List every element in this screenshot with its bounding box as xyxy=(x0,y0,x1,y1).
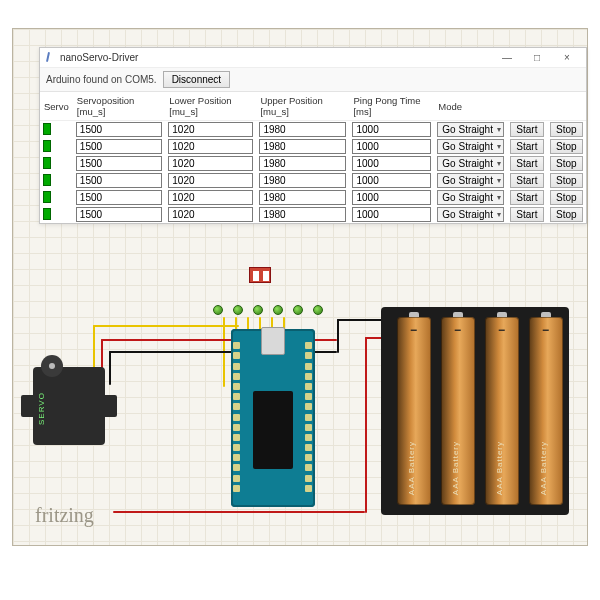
chevron-down-icon: ▾ xyxy=(497,142,501,151)
stop-button[interactable]: Stop xyxy=(550,190,583,205)
led-icon xyxy=(213,305,223,315)
lower-position-input[interactable] xyxy=(168,156,253,171)
maximize-button[interactable]: □ xyxy=(522,49,552,67)
mode-select[interactable]: Go Straight▾ xyxy=(437,139,504,154)
stop-button[interactable]: Stop xyxy=(550,122,583,137)
upper-position-input[interactable] xyxy=(259,156,346,171)
table-header-row: Servo Servoposition [mu_s] Lower Positio… xyxy=(40,92,586,121)
chevron-down-icon: ▾ xyxy=(497,159,501,168)
mode-select[interactable]: Go Straight▾ xyxy=(437,173,504,188)
servoposition-input[interactable] xyxy=(76,190,162,205)
mode-value: Go Straight xyxy=(442,141,493,152)
start-button[interactable]: Start xyxy=(510,173,543,188)
servoposition-input[interactable] xyxy=(76,156,162,171)
lower-position-input[interactable] xyxy=(168,139,253,154)
start-button[interactable]: Start xyxy=(510,190,543,205)
servo-motor: SERVO xyxy=(33,367,105,445)
ping-time-input[interactable] xyxy=(352,122,431,137)
servoposition-input[interactable] xyxy=(76,122,162,137)
disconnect-button[interactable]: Disconnect xyxy=(163,71,230,88)
servo-status-led xyxy=(43,208,51,220)
chevron-down-icon: ▾ xyxy=(497,210,501,219)
stop-button[interactable]: Stop xyxy=(550,173,583,188)
ping-time-input[interactable] xyxy=(352,156,431,171)
upper-position-input[interactable] xyxy=(259,190,346,205)
servoposition-input[interactable] xyxy=(76,173,162,188)
start-button[interactable]: Start xyxy=(510,122,543,137)
lower-position-input[interactable] xyxy=(168,190,253,205)
mode-select[interactable]: Go Straight▾ xyxy=(437,122,504,137)
led-icon xyxy=(293,305,303,315)
lower-position-input[interactable] xyxy=(168,122,253,137)
dip-switch xyxy=(249,267,271,283)
servo-label: SERVO xyxy=(37,392,46,425)
led-icon xyxy=(273,305,283,315)
minimize-button[interactable]: — xyxy=(492,49,522,67)
mode-select[interactable]: Go Straight▾ xyxy=(437,156,504,171)
start-button[interactable]: Start xyxy=(510,139,543,154)
upper-position-input[interactable] xyxy=(259,139,346,154)
arduino-nano xyxy=(231,329,315,507)
chevron-down-icon: ▾ xyxy=(497,193,501,202)
titlebar: nanoServo-Driver — □ × xyxy=(40,48,586,68)
chevron-down-icon: ▾ xyxy=(497,125,501,134)
mode-select[interactable]: Go Straight▾ xyxy=(437,190,504,205)
servo-status-led xyxy=(43,123,51,135)
upper-position-input[interactable] xyxy=(259,122,346,137)
stop-button[interactable]: Stop xyxy=(550,139,583,154)
ping-time-input[interactable] xyxy=(352,190,431,205)
led-row xyxy=(213,305,343,317)
ping-time-input[interactable] xyxy=(352,173,431,188)
close-button[interactable]: × xyxy=(552,49,582,67)
upper-position-input[interactable] xyxy=(259,173,346,188)
stop-button[interactable]: Stop xyxy=(550,156,583,171)
statusbar: Arduino found on COM5. Disconnect xyxy=(40,68,586,92)
battery-cell: −AAA Battery xyxy=(397,317,431,505)
servo-status-led xyxy=(43,174,51,186)
servoposition-input[interactable] xyxy=(76,139,162,154)
usb-port-icon xyxy=(261,327,285,355)
ping-time-input[interactable] xyxy=(352,139,431,154)
start-button[interactable]: Start xyxy=(510,156,543,171)
battery-cell: −AAA Battery xyxy=(441,317,475,505)
col-lower: Lower Position [mu_s] xyxy=(165,92,256,121)
mode-value: Go Straight xyxy=(442,175,493,186)
mcu-chip-icon xyxy=(253,391,293,469)
circuit-diagram: SERVO −AAA Battery −AAA Battery −AAA Bat… xyxy=(13,219,587,545)
table-row: Go Straight▾StartStop xyxy=(40,189,586,206)
table-row: Go Straight▾StartStop xyxy=(40,172,586,189)
col-ping: Ping Pong Time [ms] xyxy=(349,92,434,121)
mode-value: Go Straight xyxy=(442,158,493,169)
lower-position-input[interactable] xyxy=(168,173,253,188)
col-servoposition: Servoposition [mu_s] xyxy=(73,92,165,121)
battery-cell: −AAA Battery xyxy=(529,317,563,505)
app-icon xyxy=(44,52,56,64)
servo-status-led xyxy=(43,191,51,203)
connection-status: Arduino found on COM5. xyxy=(46,74,157,85)
table-row: Go Straight▾StartStop xyxy=(40,121,586,139)
table-row: Go Straight▾StartStop xyxy=(40,138,586,155)
chevron-down-icon: ▾ xyxy=(497,176,501,185)
servo-status-led xyxy=(43,140,51,152)
led-icon xyxy=(253,305,263,315)
col-mode: Mode xyxy=(434,92,507,121)
col-upper: Upper Position [mu_s] xyxy=(256,92,349,121)
led-icon xyxy=(233,305,243,315)
fritzing-watermark: fritzing xyxy=(35,504,94,527)
battery-cell: −AAA Battery xyxy=(485,317,519,505)
app-window: nanoServo-Driver — □ × Arduino found on … xyxy=(39,47,587,224)
servo-hub xyxy=(41,355,63,377)
col-servo: Servo xyxy=(40,92,73,121)
window-title: nanoServo-Driver xyxy=(60,52,138,63)
mode-value: Go Straight xyxy=(442,124,493,135)
led-icon xyxy=(313,305,323,315)
battery-pack: −AAA Battery −AAA Battery −AAA Battery −… xyxy=(381,307,569,515)
servo-status-led xyxy=(43,157,51,169)
mode-value: Go Straight xyxy=(442,192,493,203)
workspace-canvas: nanoServo-Driver — □ × Arduino found on … xyxy=(12,28,588,546)
table-row: Go Straight▾StartStop xyxy=(40,155,586,172)
servo-table: Servo Servoposition [mu_s] Lower Positio… xyxy=(40,92,586,223)
